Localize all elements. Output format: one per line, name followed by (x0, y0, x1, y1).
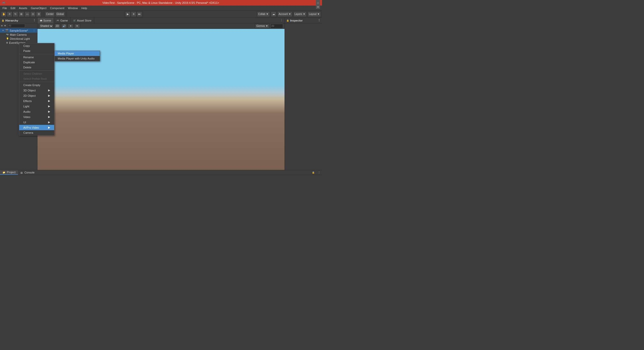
ctx-avpro-video[interactable]: AVPro Video ▶ (19, 125, 54, 130)
account-button[interactable]: Account ▼ (277, 11, 292, 17)
inspector-header: 🔒 Inspector ⋮ (285, 18, 322, 23)
collab-button[interactable]: Collab ▼ (257, 11, 270, 17)
custom-tool-button[interactable]: ☰ (36, 11, 42, 17)
ctx-duplicate[interactable]: Duplicate (19, 60, 54, 65)
tab-console[interactable]: ▤ Console (18, 170, 37, 174)
bottom-panel-lock[interactable]: 🔒 (310, 171, 316, 174)
hierarchy-item-directionallight[interactable]: 💡 Directional Light (0, 37, 37, 41)
pause-button[interactable]: ⏸ (131, 11, 136, 17)
play-button[interactable]: ▶ (125, 11, 131, 17)
cloud-button[interactable]: ☁ (271, 11, 276, 17)
ctx-create-empty[interactable]: Create Empty (19, 83, 54, 88)
center-button[interactable]: Center (45, 11, 55, 17)
eventsystem-icon: ⚙ (6, 42, 8, 44)
menu-component[interactable]: Component (48, 6, 66, 10)
console-tab-icon: ▤ (21, 171, 23, 174)
ctx-audio[interactable]: Audio ▶ (19, 109, 54, 114)
ctx-delete[interactable]: Delete (19, 65, 54, 70)
global-button[interactable]: Global (55, 11, 65, 17)
layers-button[interactable]: Layers ▼ (293, 11, 307, 17)
tab-scene[interactable]: 🏔 Scene (37, 18, 54, 23)
asset-store-tab-label: Asset Store (77, 19, 91, 22)
ctx-3d-object[interactable]: 3D Object ▶ (19, 88, 54, 93)
inspector-panel: 🔒 Inspector ⋮ (285, 18, 322, 170)
title-bar-title: VideoTest - SampleScene - PC, Mac & Linu… (103, 1, 219, 4)
hierarchy-header: 🔒 Hierarchy ⋮ (0, 18, 37, 23)
ctx-light[interactable]: Light ▶ (19, 104, 54, 109)
scene-toolbar: Shaded 2D 🔊 ✦ ☀ Gizmos ▼ (37, 23, 285, 29)
submenu-media-player-unity-audio[interactable]: Media Player with Unity Audio (55, 56, 100, 61)
title-bar-icon: 🎮 (2, 1, 6, 5)
2d-mode-button[interactable]: 2D (54, 24, 60, 28)
transform-tools: ✋ ✛ ↻ ⊞ ▭ ⊡ ☰ (1, 11, 42, 17)
scene-tab-icon: 🏔 (40, 19, 42, 22)
hierarchy-item-maincamera[interactable]: 📷 Main Camera (0, 33, 37, 37)
submenu-arrow: ▶ (48, 89, 50, 92)
submenu-arrow3: ▶ (48, 99, 50, 103)
menu-assets[interactable]: Assets (17, 6, 29, 10)
ctx-rename[interactable]: Rename (19, 55, 54, 60)
ctx-copy[interactable]: Copy (19, 43, 54, 48)
vfx-toggle[interactable]: ✦ (68, 24, 73, 28)
ctx-2d-object[interactable]: 2D Object ▶ (19, 93, 54, 98)
lighting-toggle[interactable]: ☀ (74, 24, 80, 28)
move-tool-button[interactable]: ✛ (7, 11, 12, 17)
close-button[interactable]: ✕ (316, 5, 320, 9)
hierarchy-item-label: Directional Light (10, 37, 30, 40)
ctx-effects[interactable]: Effects ▶ (19, 98, 54, 104)
hierarchy-toolbar: + ▼ (0, 23, 37, 28)
separator1 (43, 12, 43, 17)
menu-gameobject[interactable]: GameObject (29, 6, 48, 10)
tab-project[interactable]: 📁 Project (0, 170, 18, 175)
hierarchy-item-samplescene[interactable]: ▼ 🎬 SampleScene* ⋮ (0, 28, 37, 33)
menu-help[interactable]: Help (80, 6, 89, 10)
hand-tool-button[interactable]: ✋ (1, 11, 7, 17)
hierarchy-search: ▼ (4, 24, 6, 27)
toolbar-right: Collab ▼ ☁ Account ▼ Layers ▼ Layout ▼ (257, 11, 321, 17)
ctx-video[interactable]: Video ▶ (19, 114, 54, 120)
menu-file[interactable]: File (1, 6, 9, 10)
inspector-title: Inspector (290, 19, 303, 22)
submenu-media-player[interactable]: Media Player (55, 51, 100, 56)
tab-game[interactable]: 🎮 Game (54, 18, 71, 23)
submenu-arrow2: ▶ (48, 94, 50, 97)
transform-tool-button[interactable]: ⊡ (30, 11, 36, 17)
hierarchy-more-icon[interactable]: ⋮ (33, 29, 35, 32)
menu-edit[interactable]: Edit (9, 6, 17, 10)
ctx-paste[interactable]: Paste (19, 48, 54, 53)
submenu-arrow7: ▶ (48, 121, 50, 124)
audio-toggle[interactable]: 🔊 (61, 24, 67, 28)
tab-asset-store[interactable]: 🛒 Asset Store (71, 18, 94, 23)
hierarchy-add-button[interactable]: + (1, 24, 3, 28)
scene-panel-menu[interactable]: ⋮ (279, 19, 285, 22)
ctx-sep2 (19, 70, 54, 71)
bottom-panel: 📁 Project ▤ Console 🔒 ⋮ ⭐ Favorites 🔍 Al… (0, 170, 322, 175)
hierarchy-search-input[interactable] (7, 24, 25, 28)
avpro-submenu: Media Player Media Player with Unity Aud… (54, 51, 100, 61)
gizmos-button[interactable]: Gizmos ▼ (255, 24, 269, 28)
hierarchy-menu-icon[interactable]: ⋮ (33, 19, 36, 22)
ctx-sep3 (19, 82, 54, 82)
scale-tool-button[interactable]: ⊞ (18, 11, 24, 17)
hierarchy-item-label: SampleScene* (10, 29, 28, 32)
step-button[interactable]: ⏭ (137, 11, 142, 17)
hierarchy-lock-icon: 🔒 (2, 19, 4, 22)
ctx-ui[interactable]: UI ▶ (19, 120, 54, 125)
ctx-camera[interactable]: Camera (19, 130, 54, 135)
shading-select[interactable]: Shaded (39, 24, 53, 28)
submenu-arrow4: ▶ (48, 105, 50, 108)
menu-window[interactable]: Window (66, 6, 79, 10)
game-tab-label: Game (60, 19, 68, 22)
rect-tool-button[interactable]: ▭ (24, 11, 30, 17)
title-bar: 🎮 VideoTest - SampleScene - PC, Mac & Li… (0, 0, 322, 6)
submenu-arrow5: ▶ (48, 110, 50, 113)
scene-search[interactable] (270, 24, 283, 28)
rotate-tool-button[interactable]: ↻ (13, 11, 18, 17)
bottom-tabs: 📁 Project ▤ Console 🔒 ⋮ (0, 170, 322, 175)
scene-tab-label: Scene (43, 19, 51, 22)
inspector-menu-icon[interactable]: ⋮ (318, 19, 320, 22)
layout-button[interactable]: Layout ▼ (308, 11, 321, 17)
maximize-button[interactable]: □ (316, 1, 320, 5)
scene-viewport[interactable] (37, 29, 285, 170)
bottom-panel-menu[interactable]: ⋮ (316, 171, 322, 174)
